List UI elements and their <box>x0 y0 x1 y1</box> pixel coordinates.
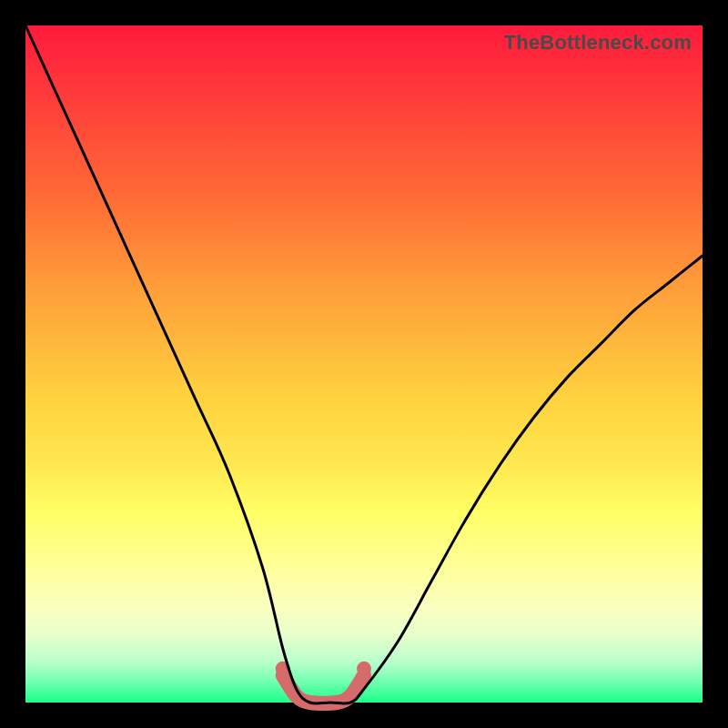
trough-dot <box>357 662 371 676</box>
chart-svg <box>25 25 703 703</box>
trough-highlight <box>283 675 364 703</box>
plot-area: TheBottleneck.com <box>25 25 703 703</box>
bottleneck-curve <box>25 25 703 703</box>
chart-frame: TheBottleneck.com <box>0 0 728 728</box>
